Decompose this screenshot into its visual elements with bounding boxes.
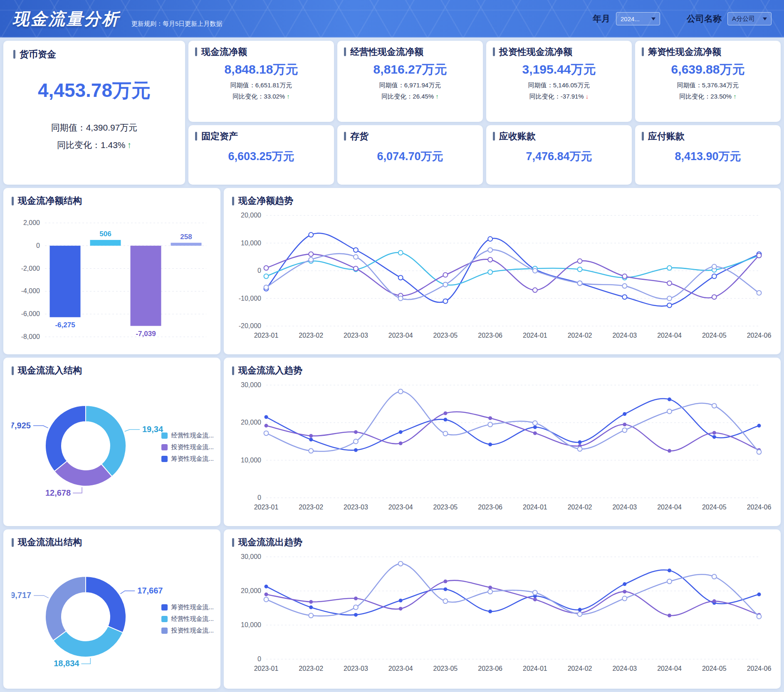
kpi-value: 8,413.90万元: [642, 149, 774, 164]
legend-item[interactable]: 投资性现金流...: [161, 627, 214, 635]
svg-text:2024-01: 2024-01: [523, 665, 547, 672]
kpi-grid: 现金流净额8,848.18万元同期值：6,651.81万元同比变化：33.02%…: [188, 41, 781, 185]
svg-text:2023-03: 2023-03: [344, 504, 368, 511]
net-trend-title: 现金净额趋势: [232, 195, 772, 207]
kpi-value: 7,476.84万元: [493, 149, 625, 164]
kpi-card: 经营性现金流净额8,816.27万元同期值：6,971.94万元同比变化：26.…: [337, 41, 483, 122]
svg-text:2023-04: 2023-04: [388, 332, 413, 339]
svg-text:12,678: 12,678: [45, 488, 71, 497]
kpi-value: 8,816.27万元: [344, 61, 476, 78]
kpi-section: 货币资金 4,453.78万元 同期值：4,390.97万元 同比变化：1.43…: [3, 41, 781, 185]
panel-outflow-trend: 现金流流出趋势30,00020,00010,00002023-012023-02…: [224, 529, 781, 689]
legend-swatch-icon: [161, 456, 168, 462]
svg-text:0: 0: [257, 494, 261, 501]
kpi-title: 应付账款: [642, 131, 774, 141]
svg-text:10,000: 10,000: [241, 621, 261, 628]
kpi-yoy-line: 同比变化：26.45%↑: [344, 93, 476, 101]
outflow-structure-title: 现金流流出结构: [12, 536, 212, 549]
company-select[interactable]: A分公司: [727, 12, 772, 25]
kpi-prev-line: 同期值：5,376.34万元: [642, 82, 774, 89]
svg-text:2023-02: 2023-02: [299, 332, 323, 339]
kpi-card: 现金流净额8,848.18万元同期值：6,651.81万元同比变化：33.02%…: [188, 41, 334, 122]
svg-text:-10,000: -10,000: [239, 295, 261, 302]
svg-text:19,34: 19,34: [142, 425, 163, 434]
net-structure-title: 现金流净额结构: [12, 195, 212, 207]
trend-up-icon: ↑: [733, 93, 737, 100]
outflow-structure-legend: 筹资性现金流...经营性现金流...投资性现金流...: [161, 603, 214, 635]
chevron-down-icon: [651, 17, 655, 20]
svg-text:2023-05: 2023-05: [433, 504, 458, 511]
panel-inflow-structure: 现金流流入结构19,3412,67817,925经营性现金流...投资性现金流.…: [3, 358, 220, 526]
kpi-yoy-line: 同比变化：33.02%↑: [195, 93, 327, 101]
svg-text:2023-04: 2023-04: [388, 504, 413, 511]
svg-text:19,717: 19,717: [12, 591, 31, 600]
kpi-card: 应付账款8,413.90万元: [635, 125, 781, 185]
kpi-value: 6,639.88万元: [642, 61, 774, 78]
svg-text:2023-01: 2023-01: [254, 332, 279, 339]
kpi-card: 投资性现金流净额3,195.44万元同期值：5,146.05万元同比变化：-37…: [486, 41, 632, 122]
legend-item[interactable]: 筹资性现金流...: [161, 603, 214, 611]
panel-outflow-structure: 现金流流出结构17,66718,83419,717筹资性现金流...经营性现金流…: [3, 529, 220, 689]
svg-text:0: 0: [36, 242, 40, 249]
trend-up-icon: ↑: [127, 140, 132, 150]
svg-text:10,000: 10,000: [241, 457, 261, 464]
svg-text:2024-04: 2024-04: [657, 332, 682, 339]
inflow-structure-legend: 经营性现金流...投资性现金流...筹资性现金流...: [161, 432, 214, 463]
legend-item[interactable]: 投资性现金流...: [161, 443, 214, 451]
legend-item[interactable]: 经营性现金流...: [161, 615, 214, 623]
trend-down-icon: ↓: [586, 93, 589, 100]
legend-item[interactable]: 筹资性现金流...: [161, 455, 214, 463]
legend-swatch-icon: [161, 432, 168, 439]
inflow-structure-title: 现金流流入结构: [12, 364, 212, 377]
svg-text:2023-01: 2023-01: [254, 665, 279, 672]
svg-text:2024-05: 2024-05: [702, 504, 727, 511]
svg-text:2023-06: 2023-06: [478, 504, 502, 511]
kpi-prev-line: 同期值：6,651.81万元: [195, 82, 327, 89]
svg-text:20,000: 20,000: [241, 587, 261, 594]
kpi-value: 6,603.25万元: [195, 149, 327, 164]
svg-text:2024-02: 2024-02: [568, 504, 592, 511]
kpi-value: 6,074.70万元: [344, 149, 476, 164]
svg-text:2024-06: 2024-06: [747, 504, 772, 511]
net-structure-bar-chart[interactable]: 2,0000-2,000-4,000-6,000-8,000-6,275506-…: [12, 210, 212, 343]
svg-text:2024-04: 2024-04: [657, 665, 682, 672]
filter-bar: 年月 2024... 公司名称 A分公司: [593, 12, 772, 25]
chevron-down-icon: [763, 17, 767, 20]
outflow-trend-line-chart[interactable]: 30,00020,00010,00002023-012023-022023-03…: [232, 551, 772, 676]
svg-text:2024-06: 2024-06: [747, 665, 772, 672]
svg-text:0: 0: [257, 655, 261, 662]
legend-label: 筹资性现金流...: [171, 455, 214, 463]
svg-text:30,000: 30,000: [241, 381, 261, 388]
net-trend-line-chart[interactable]: 20,00010,0000-10,000-20,0002023-012023-0…: [232, 210, 772, 343]
svg-text:2023-05: 2023-05: [433, 665, 458, 672]
net-trend-chart-area: 20,00010,0000-10,000-20,0002023-012023-0…: [232, 210, 772, 344]
kpi-yoy-line: 同比变化：23.50%↑: [642, 93, 774, 101]
svg-text:2024-01: 2024-01: [523, 332, 547, 339]
legend-label: 经营性现金流...: [171, 432, 214, 440]
kpi-title: 固定资产: [195, 131, 327, 141]
kpi-card: 存货6,074.70万元: [337, 125, 483, 185]
kpi-card: 筹资性现金流净额6,639.88万元同期值：5,376.34万元同比变化：23.…: [635, 41, 781, 122]
legend-item[interactable]: 经营性现金流...: [161, 432, 214, 440]
trend-up-icon: ↑: [435, 93, 439, 100]
legend-swatch-icon: [161, 604, 168, 610]
panel-net-structure: 现金流净额结构2,0000-2,000-4,000-6,000-8,000-6,…: [3, 188, 220, 354]
kpi-prev-line: 同期值：6,971.94万元: [344, 82, 476, 89]
kpi-card: 应收账款7,476.84万元: [486, 125, 632, 185]
svg-text:20,000: 20,000: [241, 419, 261, 426]
svg-text:2023-05: 2023-05: [433, 332, 458, 339]
svg-text:2024-02: 2024-02: [568, 332, 592, 339]
svg-text:2023-06: 2023-06: [478, 665, 502, 672]
year-month-select[interactable]: 2024...: [616, 12, 660, 25]
inflow-trend-title: 现金流流入趋势: [232, 364, 772, 377]
kpi-value: 3,195.44万元: [493, 61, 625, 78]
legend-swatch-icon: [161, 628, 168, 634]
svg-text:18,834: 18,834: [54, 659, 79, 668]
svg-text:2024-03: 2024-03: [612, 332, 637, 339]
svg-text:258: 258: [180, 233, 192, 241]
svg-text:-8,000: -8,000: [21, 333, 40, 340]
company-value: A分公司: [732, 15, 755, 23]
inflow-trend-chart-area: 30,00020,00010,00002023-012023-022023-03…: [232, 379, 772, 516]
outflow-trend-chart-area: 30,00020,00010,00002023-012023-022023-03…: [232, 551, 772, 677]
inflow-trend-line-chart[interactable]: 30,00020,00010,00002023-012023-022023-03…: [232, 379, 772, 514]
